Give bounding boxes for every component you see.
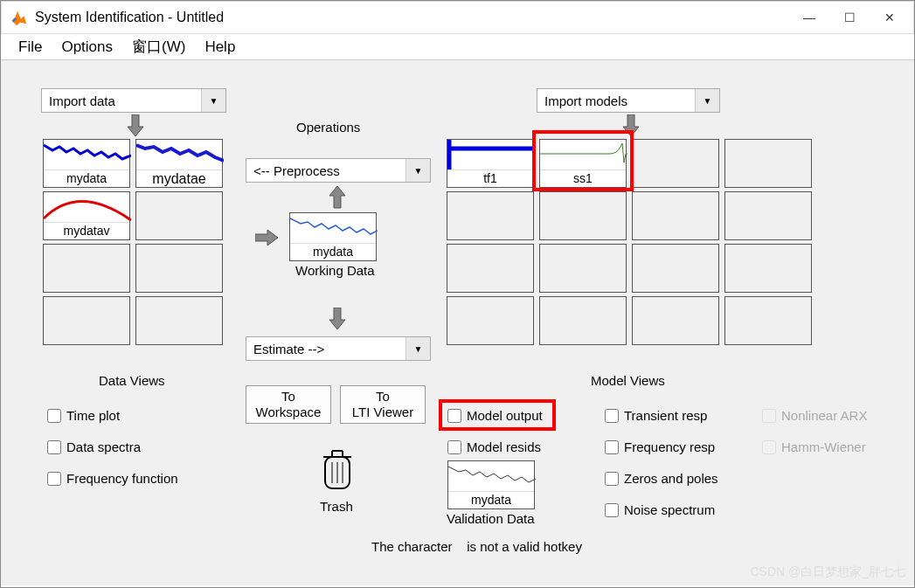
import-data-dropdown[interactable]: Import data ▼ xyxy=(41,88,226,113)
check-hamm-wiener: Hamm-Wiener xyxy=(762,439,866,454)
validation-data-slot[interactable]: mydata xyxy=(447,460,535,509)
check-nonlinear-arx: Nonlinear ARX xyxy=(762,408,867,423)
data-graph xyxy=(44,140,131,171)
menubar: File Options 窗口(W) Help xyxy=(1,34,914,60)
working-data-slot[interactable]: mydata xyxy=(289,212,377,261)
check-data-spectra[interactable]: Data spectra xyxy=(47,439,141,454)
model-slot-empty[interactable] xyxy=(447,244,534,293)
estimate-dropdown[interactable]: Estimate --> ▼ xyxy=(246,336,431,361)
model-slot-empty[interactable] xyxy=(447,191,534,240)
menu-options[interactable]: Options xyxy=(52,35,121,59)
preprocess-label: <-- Preprocess xyxy=(253,163,340,178)
menu-help[interactable]: Help xyxy=(196,35,244,59)
data-slot-mydata[interactable]: mydata xyxy=(43,139,130,188)
model-graph xyxy=(540,140,627,171)
import-models-dropdown[interactable]: Import models ▼ xyxy=(537,88,720,113)
status-message: The character is not a valid hotkey xyxy=(371,539,582,554)
arrow-up-icon xyxy=(328,186,347,209)
arrow-down-icon xyxy=(328,308,347,330)
data-views-label: Data Views xyxy=(99,373,165,388)
chevron-down-icon: ▼ xyxy=(406,159,430,182)
data-slot-mydatav[interactable]: mydatav xyxy=(43,191,130,240)
check-model-output[interactable]: Model output xyxy=(447,408,543,423)
model-graph xyxy=(447,140,535,171)
check-zeros-poles[interactable]: Zeros and poles xyxy=(605,471,718,486)
data-slot-empty[interactable] xyxy=(43,296,130,345)
data-graph xyxy=(448,461,536,493)
data-slot-empty[interactable] xyxy=(135,191,223,240)
trash-label: Trash xyxy=(320,499,353,514)
model-slot-empty[interactable] xyxy=(724,191,812,240)
preprocess-dropdown[interactable]: <-- Preprocess ▼ xyxy=(246,158,431,183)
content-area: Import data ▼ Import models ▼ Operations… xyxy=(1,60,914,585)
data-graph xyxy=(290,213,378,245)
model-slot-empty[interactable] xyxy=(539,191,627,240)
chevron-down-icon: ▼ xyxy=(695,89,719,112)
to-workspace-button[interactable]: To Workspace xyxy=(246,385,331,424)
matlab-icon xyxy=(9,8,28,27)
chevron-down-icon: ▼ xyxy=(406,337,430,360)
model-slot-empty[interactable] xyxy=(724,296,812,345)
data-slot-empty[interactable] xyxy=(43,244,130,293)
model-slot-empty[interactable] xyxy=(632,139,719,188)
model-slot-empty[interactable] xyxy=(539,296,627,345)
app-window: System Identification - Untitled — ☐ ✕ F… xyxy=(0,0,915,588)
slot-label: mydata xyxy=(44,169,129,187)
data-slot-empty[interactable] xyxy=(135,296,223,345)
model-slot-empty[interactable] xyxy=(447,296,534,345)
slot-label: mydata xyxy=(448,491,534,508)
close-button[interactable]: ✕ xyxy=(870,4,910,31)
check-time-plot[interactable]: Time plot xyxy=(47,408,120,423)
model-slot-ss1[interactable]: ss1 xyxy=(539,139,627,188)
data-graph xyxy=(44,192,131,224)
model-slot-empty[interactable] xyxy=(539,244,627,293)
trash-icon[interactable] xyxy=(320,448,355,495)
chevron-down-icon: ▼ xyxy=(201,89,225,112)
import-data-label: Import data xyxy=(49,93,115,108)
slot-label: mydatav xyxy=(44,222,129,239)
import-models-label: Import models xyxy=(544,93,627,108)
check-transient-resp[interactable]: Transient resp xyxy=(605,408,707,423)
maximize-button[interactable]: ☐ xyxy=(829,4,870,31)
menu-window[interactable]: 窗口(W) xyxy=(123,33,194,60)
working-data-caption: Working Data xyxy=(295,263,375,278)
slot-label: ss1 xyxy=(540,169,626,187)
model-slot-tf1[interactable]: tf1 xyxy=(447,139,534,188)
model-slot-empty[interactable] xyxy=(632,296,719,345)
data-slot-empty[interactable] xyxy=(135,244,223,293)
arrow-down-icon xyxy=(126,114,145,137)
slot-label: tf1 xyxy=(447,169,533,187)
data-slot-mydatae[interactable]: mydatae xyxy=(135,139,223,188)
estimate-label: Estimate --> xyxy=(253,342,324,356)
validation-data-caption: Validation Data xyxy=(447,511,535,526)
model-slot-empty[interactable] xyxy=(632,191,719,240)
check-noise-spectrum[interactable]: Noise spectrum xyxy=(605,502,715,517)
model-slot-empty[interactable] xyxy=(724,139,812,188)
to-lti-viewer-button[interactable]: To LTI Viewer xyxy=(340,385,426,424)
slot-label: mydatae xyxy=(136,169,222,187)
check-model-resids[interactable]: Model resids xyxy=(447,439,541,454)
check-frequency-function[interactable]: Frequency function xyxy=(47,471,178,486)
menu-file[interactable]: File xyxy=(10,35,51,59)
window-title: System Identification - Untitled xyxy=(35,10,789,25)
minimize-button[interactable]: — xyxy=(789,4,829,31)
slot-label: mydata xyxy=(290,243,376,260)
model-slot-empty[interactable] xyxy=(724,244,812,293)
data-graph xyxy=(136,140,224,171)
model-views-label: Model Views xyxy=(591,373,665,388)
watermark: CSDN @白日梦想家_胖七七 xyxy=(750,564,905,580)
arrow-down-icon xyxy=(621,114,641,137)
check-frequency-resp[interactable]: Frequency resp xyxy=(605,439,715,454)
model-slot-empty[interactable] xyxy=(632,244,719,293)
arrow-right-icon xyxy=(255,228,280,247)
operations-label: Operations xyxy=(296,120,360,135)
titlebar: System Identification - Untitled — ☐ ✕ xyxy=(1,1,914,34)
